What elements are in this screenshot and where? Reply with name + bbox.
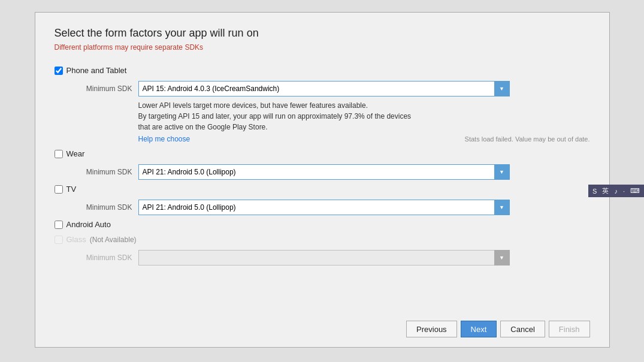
tv-sdk-row: Minimum SDK API 21: Android 5.0 (Lollipo… [78,200,590,215]
help-link[interactable]: Help me choose [138,135,191,143]
systray-s: S [591,187,598,195]
info-block: Lower API levels target more devices, bu… [138,100,590,132]
android-auto-row: Android Auto [55,220,590,229]
systray-kb: ⌨ [628,186,642,195]
glass-sdk-wrapper [138,250,510,266]
tv-checkbox-label[interactable]: TV [55,185,77,194]
systray-note: ♪ [612,187,619,195]
wear-sdk-select[interactable]: API 21: Android 5.0 (Lollipop) [138,164,510,180]
dialog-footer: Previous Next Cancel Finish [55,311,590,337]
phone-sdk-select[interactable]: API 15: Android 4.0.3 (IceCreamSandwich) [138,81,510,96]
wear-label: Wear [66,149,85,158]
phone-sdk-wrapper[interactable]: API 15: Android 4.0.3 (IceCreamSandwich) [138,81,510,96]
phone-tablet-label: Phone and Tablet [66,66,127,75]
android-auto-label: Android Auto [66,220,111,229]
tv-checkbox[interactable] [55,185,63,194]
cancel-button[interactable]: Cancel [500,321,545,337]
wear-sdk-row: Minimum SDK API 21: Android 5.0 (Lollipo… [78,164,590,180]
glass-checkbox-label[interactable]: Glass [55,235,86,244]
android-auto-checkbox-label[interactable]: Android Auto [55,220,111,229]
main-dialog: Select the form factors your app will ru… [35,12,610,348]
glass-checkbox [55,236,63,244]
android-auto-checkbox[interactable] [55,221,63,229]
next-button[interactable]: Next [461,321,497,337]
info-footer: Help me choose Stats load failed. Value … [138,135,590,143]
wear-sdk-label: Minimum SDK [78,168,132,176]
tv-row: TV [55,185,590,194]
phone-sdk-label: Minimum SDK [78,85,132,93]
glass-row: Glass (Not Available) [55,235,590,244]
info-line-1: Lower API levels target more devices, bu… [138,100,590,111]
phone-sdk-row: Minimum SDK API 15: Android 4.0.3 (IceCr… [78,81,590,96]
info-line-2: By targeting API 15 and later, your app … [138,111,590,122]
glass-sdk-row: Minimum SDK [78,250,590,266]
tv-label: TV [66,185,77,194]
page-title: Select the form factors your app will ru… [55,27,590,40]
glass-sdk-label: Minimum SDK [78,254,132,262]
wear-sdk-wrapper[interactable]: API 21: Android 5.0 (Lollipop) [138,164,510,180]
glass-sdk-select [138,250,510,266]
page-subtitle: Different platforms may require separate… [55,43,590,52]
glass-not-available: (Not Available) [90,236,137,244]
phone-tablet-checkbox[interactable] [55,67,63,75]
phone-tablet-checkbox-label[interactable]: Phone and Tablet [55,66,127,75]
phone-tablet-row: Phone and Tablet [55,66,590,75]
form-body: Phone and Tablet Minimum SDK API 15: And… [55,66,590,311]
tv-sdk-label: Minimum SDK [78,203,132,212]
glass-label: Glass [66,235,86,244]
tv-sdk-select[interactable]: API 21: Android 5.0 (Lollipop) [138,200,510,215]
wear-checkbox[interactable] [55,150,63,158]
finish-button[interactable]: Finish [549,321,590,337]
systray-lang: 英 [600,186,610,196]
stats-note: Stats load failed. Value may be out of d… [465,135,590,143]
wear-row: Wear [55,149,590,158]
systray: S 英 ♪ · ⌨ [588,185,644,197]
wear-checkbox-label[interactable]: Wear [55,149,85,158]
previous-button[interactable]: Previous [406,321,457,337]
tv-sdk-wrapper[interactable]: API 21: Android 5.0 (Lollipop) [138,200,510,215]
systray-dot: · [621,187,627,195]
info-line-3: that are active on the Google Play Store… [138,122,590,132]
